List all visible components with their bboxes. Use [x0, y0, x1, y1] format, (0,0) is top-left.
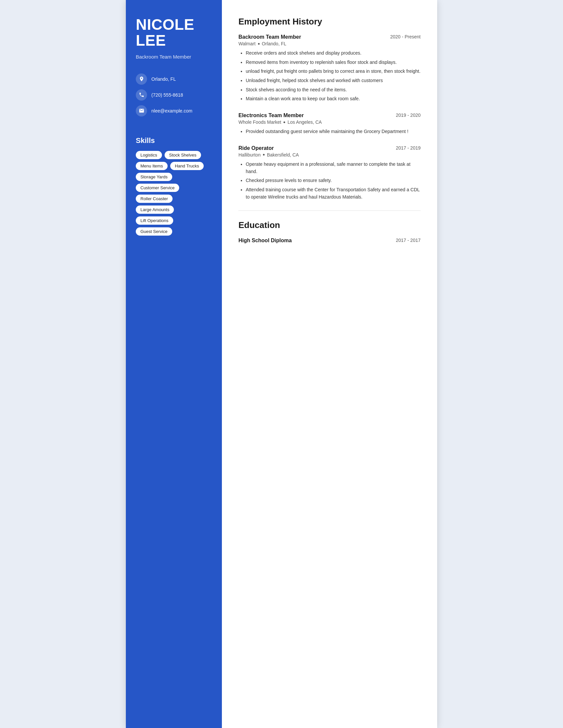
education-degree: High School Diploma [238, 238, 292, 244]
education-block: High School Diploma2017 - 2017 [238, 238, 421, 244]
company-location: Los Angeles, CA [288, 119, 322, 125]
education-dates: 2017 - 2017 [396, 238, 421, 243]
dot-separator [284, 121, 285, 123]
skill-tag: Storage Yards [136, 173, 172, 181]
employment-heading: Employment History [238, 17, 421, 27]
candidate-name: NICOLE LEE [136, 17, 212, 49]
job-company: Walmart Orlando, FL [238, 41, 421, 46]
sidebar: NICOLE LEE Backroom Team Member Orlando,… [126, 0, 222, 728]
education-heading: Education [238, 220, 421, 230]
job-bullets-list: Provided outstanding guest service while… [238, 128, 421, 135]
candidate-role: Backroom Team Member [136, 53, 212, 60]
location-text: Orlando, FL [151, 76, 176, 82]
contact-section: Orlando, FL (720) 555-8618 nlee@example.… [136, 73, 212, 116]
company-location: Bakersfield, CA [267, 152, 299, 158]
skills-section: Skills LogisticsStock ShelvesMenu ItemsH… [136, 136, 212, 236]
job-header: Ride Operator2017 - 2019 [238, 145, 421, 151]
contact-location: Orlando, FL [136, 73, 212, 85]
list-item: Stock shelves according to the need of t… [246, 86, 421, 94]
list-item: Unloaded freight, helped stock shelves a… [246, 77, 421, 84]
job-title: Ride Operator [238, 145, 274, 151]
job-block: Electronics Team Member2019 - 2020Whole … [238, 113, 421, 135]
job-title: Electronics Team Member [238, 113, 304, 118]
job-bullets-list: Operate heavy equipment in a professiona… [238, 161, 421, 201]
main-content: Employment History Backroom Team Member2… [222, 0, 437, 728]
contact-phone: (720) 555-8618 [136, 89, 212, 101]
phone-icon [136, 89, 147, 101]
list-item: Receive orders and stock shelves and dis… [246, 50, 421, 57]
job-bullets-list: Receive orders and stock shelves and dis… [238, 50, 421, 103]
skill-tag: Stock Shelves [164, 151, 201, 159]
dot-separator [258, 43, 259, 45]
phone-text: (720) 555-8618 [151, 92, 183, 98]
skills-heading: Skills [136, 136, 212, 145]
skill-tag: Large Amounts [136, 205, 174, 214]
dot-separator [263, 154, 264, 156]
job-block: Ride Operator2017 - 2019Halliburton Bake… [238, 145, 421, 201]
skill-tag: Menu Items [136, 162, 167, 170]
company-name: Whole Foods Market [238, 119, 281, 125]
list-item: Provided outstanding guest service while… [246, 128, 421, 135]
list-item: unload freight, put freight onto pallets… [246, 68, 421, 75]
job-title: Backroom Team Member [238, 34, 301, 40]
name-line2: LEE [136, 32, 166, 49]
job-dates: 2019 - 2020 [396, 113, 421, 118]
jobs-container: Backroom Team Member2020 - PresentWalmar… [238, 34, 421, 201]
contact-email: nlee@example.com [136, 105, 212, 116]
section-divider [238, 210, 421, 211]
list-item: Maintain a clean work area to keep our b… [246, 95, 421, 103]
resume-container: NICOLE LEE Backroom Team Member Orlando,… [126, 0, 437, 728]
skill-tag: Hand Trucks [170, 162, 204, 170]
company-location: Orlando, FL [262, 41, 287, 46]
skill-tag: Logistics [136, 151, 162, 159]
list-item: Operate heavy equipment in a professiona… [246, 161, 421, 175]
job-company: Halliburton Bakersfield, CA [238, 152, 421, 158]
email-icon [136, 105, 147, 116]
company-name: Walmart [238, 41, 256, 46]
list-item: Attended training course with the Center… [246, 186, 421, 201]
job-block: Backroom Team Member2020 - PresentWalmar… [238, 34, 421, 103]
education-container: High School Diploma2017 - 2017 [238, 238, 421, 244]
job-dates: 2017 - 2019 [396, 145, 421, 151]
skill-tag: Lift Operations [136, 216, 173, 225]
skill-tag: Customer Service [136, 184, 179, 192]
skill-tag: Roller Coaster [136, 195, 172, 203]
location-icon [136, 73, 147, 85]
job-header: Backroom Team Member2020 - Present [238, 34, 421, 40]
job-dates: 2020 - Present [390, 34, 421, 39]
skills-tags: LogisticsStock ShelvesMenu ItemsHand Tru… [136, 151, 212, 236]
skill-tag: Guest Service [136, 227, 172, 236]
name-line1: NICOLE [136, 16, 194, 33]
job-company: Whole Foods Market Los Angeles, CA [238, 119, 421, 125]
email-text: nlee@example.com [151, 108, 192, 114]
job-header: Electronics Team Member2019 - 2020 [238, 113, 421, 118]
list-item: Removed items from inventory to replenis… [246, 59, 421, 66]
list-item: Checked pressure levels to ensure safety… [246, 177, 421, 184]
company-name: Halliburton [238, 152, 260, 158]
